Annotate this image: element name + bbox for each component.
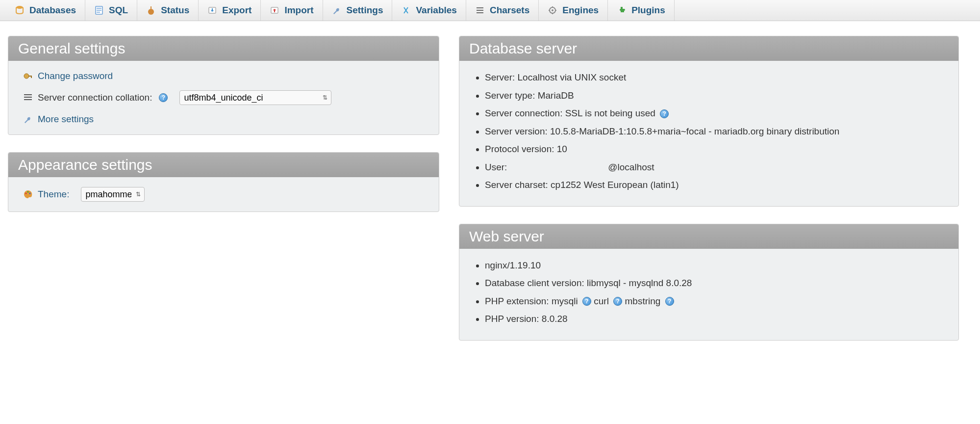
nav-tab-charsets[interactable]: Charsets bbox=[466, 0, 539, 21]
theme-label: Theme: bbox=[38, 189, 69, 200]
engines-icon bbox=[548, 5, 557, 15]
nav-tab-sql[interactable]: SQL bbox=[85, 0, 137, 21]
help-icon[interactable]: ? bbox=[660, 109, 669, 118]
nav-label: Plugins bbox=[631, 5, 665, 16]
web-server-title: Web server bbox=[459, 224, 958, 249]
export-icon bbox=[207, 5, 217, 15]
database-icon bbox=[15, 5, 25, 15]
nav-label: Import bbox=[284, 5, 313, 16]
nav-tab-engines[interactable]: Engines bbox=[539, 0, 608, 21]
web-server-list: nginx/1.19.10 Database client version: l… bbox=[474, 259, 944, 326]
svg-rect-17 bbox=[24, 94, 32, 95]
web-server-panel: Web server nginx/1.19.10 Database client… bbox=[459, 224, 959, 341]
more-settings-link[interactable]: More settings bbox=[38, 114, 94, 125]
list-item: Database client version: libmysql - mysq… bbox=[485, 276, 944, 291]
list-item: Server: Localhost via UNIX socket bbox=[485, 71, 944, 85]
lock-key-icon bbox=[23, 71, 33, 81]
database-server-title: Database server bbox=[459, 36, 958, 61]
general-settings-title: General settings bbox=[8, 36, 439, 61]
nav-label: SQL bbox=[109, 5, 128, 16]
palette-icon bbox=[23, 189, 33, 199]
main-content: General settings Change password Server … bbox=[0, 21, 980, 355]
list-item: Protocol version: 10 bbox=[485, 142, 944, 157]
top-nav: DatabasesSQLStatusExportImportSettingsVa… bbox=[0, 0, 980, 21]
appearance-settings-panel: Appearance settings Theme: pmahomme bbox=[8, 152, 439, 212]
wrench-icon bbox=[23, 114, 33, 124]
svg-point-20 bbox=[25, 193, 27, 194]
list-item: nginx/1.19.10 bbox=[485, 259, 944, 273]
svg-rect-9 bbox=[477, 7, 483, 8]
svg-rect-3 bbox=[97, 10, 101, 11]
svg-point-13 bbox=[552, 9, 553, 11]
svg-point-21 bbox=[27, 191, 29, 193]
variables-icon bbox=[401, 5, 411, 15]
database-server-list: Server: Localhost via UNIX socket Server… bbox=[474, 71, 944, 192]
theme-select[interactable]: pmahomme bbox=[81, 187, 145, 202]
nav-tab-status[interactable]: Status bbox=[137, 0, 199, 21]
general-settings-panel: General settings Change password Server … bbox=[8, 36, 439, 135]
help-icon[interactable]: ? bbox=[159, 93, 168, 102]
list-icon bbox=[23, 93, 33, 103]
svg-point-22 bbox=[29, 193, 31, 194]
list-item: Server version: 10.5.8-MariaDB-1:10.5.8+… bbox=[485, 125, 944, 139]
svg-rect-2 bbox=[97, 8, 101, 9]
svg-point-5 bbox=[148, 9, 154, 15]
nav-tab-databases[interactable]: Databases bbox=[6, 0, 85, 21]
change-password-link[interactable]: Change password bbox=[38, 71, 113, 81]
status-icon bbox=[146, 5, 156, 15]
nav-tab-plugins[interactable]: Plugins bbox=[608, 0, 675, 21]
list-item: Server connection: SSL is not being used… bbox=[485, 106, 944, 121]
svg-rect-4 bbox=[97, 12, 100, 13]
plugins-icon bbox=[617, 5, 627, 15]
svg-rect-6 bbox=[151, 6, 151, 9]
svg-rect-16 bbox=[31, 76, 32, 78]
nav-label: Variables bbox=[416, 5, 456, 16]
nav-label: Export bbox=[222, 5, 251, 16]
nav-tab-settings[interactable]: Settings bbox=[323, 0, 393, 21]
nav-label: Status bbox=[161, 5, 189, 16]
help-icon[interactable]: ? bbox=[582, 297, 591, 306]
nav-tab-variables[interactable]: Variables bbox=[392, 0, 466, 21]
list-item: PHP version: 8.0.28 bbox=[485, 312, 944, 326]
nav-label: Databases bbox=[29, 5, 76, 16]
list-item: Server charset: cp1252 West European (la… bbox=[485, 178, 944, 192]
list-item: User: @localhost bbox=[485, 160, 944, 175]
help-icon[interactable]: ? bbox=[665, 297, 674, 306]
import-icon bbox=[270, 5, 279, 15]
charsets-icon bbox=[475, 5, 485, 15]
appearance-settings-title: Appearance settings bbox=[8, 153, 439, 177]
nav-label: Engines bbox=[562, 5, 599, 16]
help-icon[interactable]: ? bbox=[613, 297, 622, 306]
svg-rect-19 bbox=[24, 99, 32, 100]
svg-rect-18 bbox=[24, 97, 32, 98]
sql-icon bbox=[94, 5, 104, 15]
database-server-panel: Database server Server: Localhost via UN… bbox=[459, 36, 959, 207]
nav-label: Charsets bbox=[490, 5, 529, 16]
svg-rect-10 bbox=[477, 10, 483, 11]
nav-label: Settings bbox=[347, 5, 383, 16]
nav-tab-import[interactable]: Import bbox=[261, 0, 323, 21]
collation-label: Server connection collation: bbox=[38, 92, 152, 103]
svg-rect-11 bbox=[477, 12, 483, 13]
wrench-icon bbox=[332, 5, 342, 15]
svg-point-0 bbox=[16, 6, 23, 9]
list-item: PHP extension: mysqli ? curl ? mbstring … bbox=[485, 294, 944, 309]
nav-tab-export[interactable]: Export bbox=[199, 0, 261, 21]
svg-point-14 bbox=[24, 74, 29, 79]
collation-select[interactable]: utf8mb4_unicode_ci bbox=[179, 90, 331, 105]
list-item: Server type: MariaDB bbox=[485, 89, 944, 103]
